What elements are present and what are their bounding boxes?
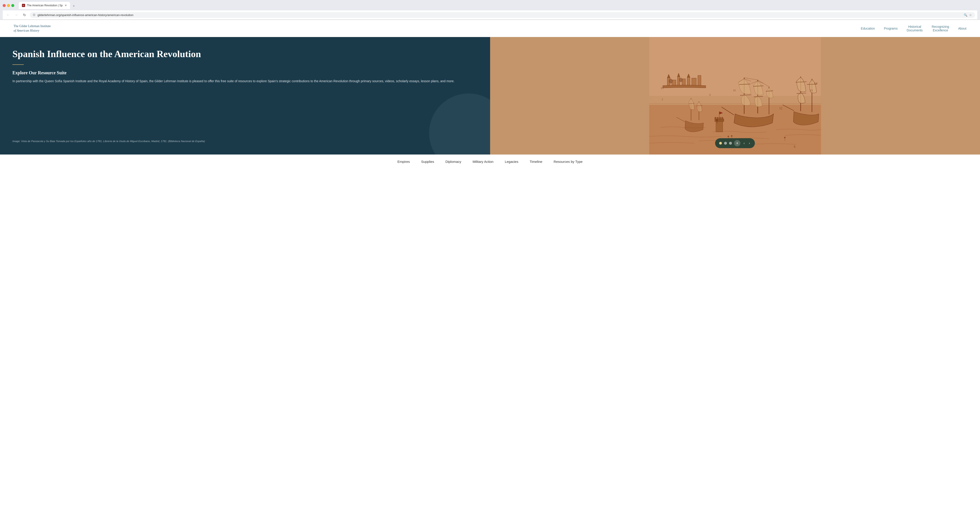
logo-line2: of American History <box>14 29 59 33</box>
carousel-dot-2[interactable] <box>724 142 727 144</box>
nav-item-education[interactable]: Education <box>861 27 875 30</box>
site-navigation: Education Programs HistoricalDocuments R… <box>861 25 966 32</box>
svg-rect-46 <box>719 117 721 119</box>
tab-bar: G The American Revolution | Sp ✕ + <box>19 2 77 9</box>
svg-rect-13 <box>698 75 701 86</box>
bottom-nav-empires[interactable]: Empires <box>398 160 410 163</box>
svg-point-14 <box>669 79 673 83</box>
nav-item-historical-documents[interactable]: HistoricalDocuments <box>907 25 923 32</box>
maximize-window-button[interactable] <box>11 4 14 7</box>
hero-decorative-circle <box>429 94 490 154</box>
svg-text:15: 15 <box>660 86 663 90</box>
svg-rect-10 <box>687 77 690 86</box>
hero-section: Spanish Influence on the American Revolu… <box>0 37 980 154</box>
svg-point-15 <box>679 78 682 82</box>
url-text: gilderlehrman.org/spanish-influence-amer… <box>38 13 962 17</box>
logo-line1: The Gilder Lehrman Institute <box>14 24 59 29</box>
bottom-nav-military-action[interactable]: Military Action <box>473 160 493 163</box>
hero-left-panel: Spanish Influence on the American Revolu… <box>0 37 490 154</box>
url-bar[interactable]: ⛒ gilderlehrman.org/spanish-influence-am… <box>30 12 975 18</box>
hero-title: Spanish Influence on the American Revolu… <box>13 48 478 60</box>
minimize-window-button[interactable] <box>7 4 10 7</box>
svg-text:2: 2 <box>662 98 663 101</box>
tab-close-icon[interactable]: ✕ <box>65 4 67 7</box>
bottom-nav-diplomacy[interactable]: Diplomacy <box>445 160 461 163</box>
svg-rect-44 <box>715 117 716 119</box>
svg-text:6: 6 <box>794 145 795 148</box>
svg-rect-7 <box>678 76 680 86</box>
search-icon[interactable]: 🔍 <box>964 13 967 17</box>
tab-title: The American Revolution | Sp <box>27 4 63 7</box>
svg-rect-45 <box>717 117 718 119</box>
carousel-prev-button[interactable]: ‹ <box>743 141 745 146</box>
svg-rect-43 <box>715 119 724 122</box>
carousel-dot-3[interactable] <box>729 142 732 144</box>
svg-text:12: 12 <box>779 106 782 110</box>
hero-subtitle: Explore Our Resource Suite <box>13 70 478 75</box>
carousel-next-button[interactable]: › <box>748 141 751 146</box>
new-tab-button[interactable]: + <box>71 3 77 9</box>
site-logo[interactable]: The Gilder Lehrman Institute of American… <box>14 24 59 33</box>
bottom-nav-timeline[interactable]: Timeline <box>530 160 542 163</box>
hero-image-caption: Image: Vista de Panzacola y Su Baia Toma… <box>13 140 478 143</box>
close-window-button[interactable] <box>3 4 6 7</box>
bookmark-icon[interactable]: ☆ <box>969 13 972 17</box>
browser-chrome: G The American Revolution | Sp ✕ + ← → ↻… <box>0 0 980 20</box>
bottom-navigation: Empires Supplies Diplomacy Military Acti… <box>0 154 980 168</box>
nav-item-about[interactable]: About <box>958 27 966 30</box>
svg-text:16: 16 <box>733 89 736 92</box>
nav-item-recognizing-excellence[interactable]: RecognizingExcellence <box>932 25 949 32</box>
svg-point-55 <box>784 137 786 138</box>
lock-icon: ⛒ <box>33 13 36 16</box>
hero-illustration: 14 13 12 6 3 15 16 2 <box>490 37 980 154</box>
reload-button[interactable]: ↻ <box>21 12 27 18</box>
svg-text:3: 3 <box>709 93 711 97</box>
nav-buttons: ← → ↻ <box>5 12 27 18</box>
active-tab[interactable]: G The American Revolution | Sp ✕ <box>19 2 70 9</box>
hero-content: Spanish Influence on the American Revolu… <box>13 48 478 88</box>
nav-item-programs[interactable]: Programs <box>884 27 898 30</box>
hero-divider <box>13 64 24 65</box>
carousel-controls: ⏸ ‹ › <box>715 138 755 148</box>
svg-text:14: 14 <box>814 82 817 85</box>
svg-text:13: 13 <box>810 89 813 92</box>
carousel-dot-1[interactable] <box>719 142 722 144</box>
hero-right-panel: 14 13 12 6 3 15 16 2 ⏸ ‹ › <box>490 37 980 154</box>
forward-button[interactable]: → <box>13 12 19 18</box>
caption-plain: Image: Vista de Panzacola y Su Baia Toma… <box>13 140 103 143</box>
bottom-nav-legacies[interactable]: Legacies <box>505 160 519 163</box>
url-actions: 🔍 ☆ <box>964 13 972 17</box>
svg-point-49 <box>716 119 718 121</box>
site-header: The Gilder Lehrman Institute of American… <box>0 20 980 37</box>
bottom-nav-resources-by-type[interactable]: Resources by Type <box>554 160 582 163</box>
address-bar: ← → ↻ ⛒ gilderlehrman.org/spanish-influe… <box>3 10 977 20</box>
carousel-pause-button[interactable]: ⏸ <box>734 140 740 146</box>
svg-point-51 <box>728 136 729 137</box>
traffic-lights <box>3 4 14 7</box>
back-button[interactable]: ← <box>5 12 11 18</box>
bottom-nav-supplies[interactable]: Supplies <box>421 160 434 163</box>
svg-point-53 <box>731 135 732 136</box>
caption-italic: Librería de la Viuda de Miguel Escribano… <box>103 140 205 143</box>
svg-rect-47 <box>722 117 723 119</box>
browser-titlebar: G The American Revolution | Sp ✕ + <box>3 2 977 9</box>
hero-description: In partnership with the Queen Sofía Span… <box>13 79 478 84</box>
svg-rect-12 <box>692 78 696 86</box>
tab-favicon-icon: G <box>22 4 25 7</box>
